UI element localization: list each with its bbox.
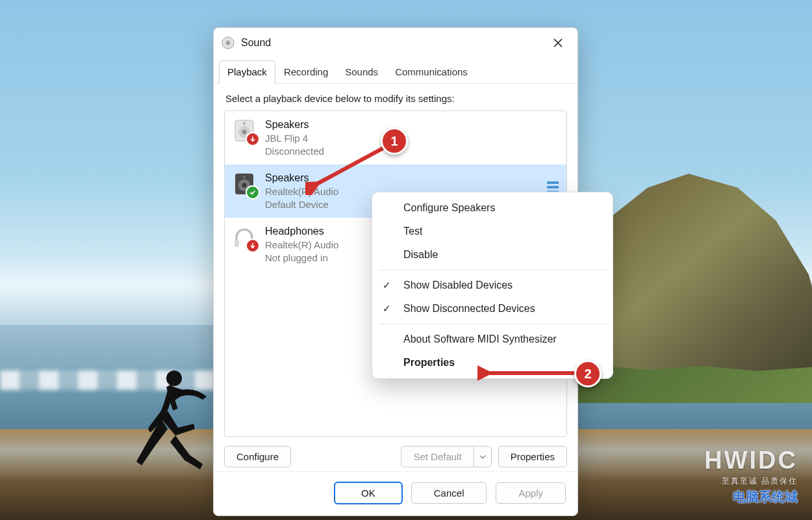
watermark: HWIDC 至真至诚 品质保住 电脑系统城 <box>704 447 798 506</box>
menu-configure-speakers[interactable]: Configure Speakers <box>372 196 613 220</box>
cancel-button[interactable]: Cancel <box>411 482 487 504</box>
tab-sounds[interactable]: Sounds <box>336 60 387 84</box>
device-title: Headphones <box>265 224 338 239</box>
apply-button[interactable]: Apply <box>496 482 566 504</box>
svg-point-7 <box>243 122 246 125</box>
device-status: Not plugged in <box>265 252 338 265</box>
properties-button[interactable]: Properties <box>498 446 567 467</box>
svg-rect-16 <box>235 240 239 247</box>
unplugged-badge-icon <box>246 239 260 253</box>
menu-disable[interactable]: Disable <box>372 243 613 266</box>
device-status: Default Device <box>265 198 338 211</box>
close-icon <box>553 38 563 47</box>
menu-label: Show Disabled Devices <box>403 280 513 291</box>
configure-button[interactable]: Configure <box>224 446 291 467</box>
default-badge-icon <box>246 185 260 200</box>
window-title: Sound <box>241 37 546 49</box>
svg-point-10 <box>242 183 247 188</box>
svg-rect-12 <box>547 181 559 184</box>
set-default-split-button[interactable]: Set Default <box>401 446 491 467</box>
disconnected-badge-icon <box>246 132 260 146</box>
close-button[interactable] <box>546 34 570 52</box>
svg-point-11 <box>243 176 246 178</box>
tab-playback[interactable]: Playback <box>219 60 275 84</box>
menu-label: Show Disconnected Devices <box>403 303 535 315</box>
menu-show-disconnected[interactable]: ✓ Show Disconnected Devices <box>372 297 613 320</box>
device-title: Speakers <box>265 171 338 185</box>
menu-separator <box>379 270 606 270</box>
menu-separator <box>379 324 606 324</box>
speaker-icon <box>231 118 257 144</box>
menu-about-midi[interactable]: About Software MIDI Synthesizer <box>372 328 613 351</box>
svg-point-6 <box>242 130 247 135</box>
check-icon: ✓ <box>383 303 391 315</box>
watermark-logo: 电脑系统城 <box>704 488 798 506</box>
watermark-sub: 至真至诚 品质保住 <box>704 476 798 487</box>
instruction-text: Select a playback device below to modify… <box>214 84 577 110</box>
headphones-icon <box>231 224 257 250</box>
speaker-icon <box>231 171 257 197</box>
menu-show-disabled[interactable]: ✓ Show Disabled Devices <box>372 274 613 297</box>
set-default-dropdown[interactable] <box>474 446 492 467</box>
check-icon: ✓ <box>383 280 391 291</box>
menu-test[interactable]: Test <box>372 220 613 243</box>
wallpaper-runner <box>130 364 214 481</box>
titlebar: Sound <box>214 28 577 58</box>
dialog-button-row: OK Cancel Apply <box>214 471 577 515</box>
tab-strip: Playback Recording Sounds Communications <box>214 60 577 84</box>
svg-point-0 <box>166 370 182 386</box>
device-status: Disconnected <box>265 145 324 158</box>
config-row: Configure Set Default Properties <box>214 437 577 471</box>
chevron-down-icon <box>479 454 486 460</box>
watermark-main: HWIDC <box>704 447 798 474</box>
device-title: Speakers <box>265 118 324 132</box>
ok-button[interactable]: OK <box>335 482 402 504</box>
device-subtitle: Realtek(R) Audio <box>265 239 338 252</box>
context-menu: Configure Speakers Test Disable ✓ Show D… <box>372 192 613 379</box>
device-subtitle: Realtek(R) Audio <box>265 185 338 198</box>
svg-rect-13 <box>547 186 559 188</box>
tab-recording[interactable]: Recording <box>275 60 336 84</box>
svg-point-3 <box>227 42 229 44</box>
set-default-button[interactable]: Set Default <box>401 446 473 467</box>
device-subtitle: JBL Flip 4 <box>265 132 324 145</box>
callout-badge: 2 <box>574 360 602 387</box>
tab-communications[interactable]: Communications <box>387 60 476 84</box>
sound-icon <box>222 36 235 49</box>
callout-badge: 1 <box>381 127 408 155</box>
